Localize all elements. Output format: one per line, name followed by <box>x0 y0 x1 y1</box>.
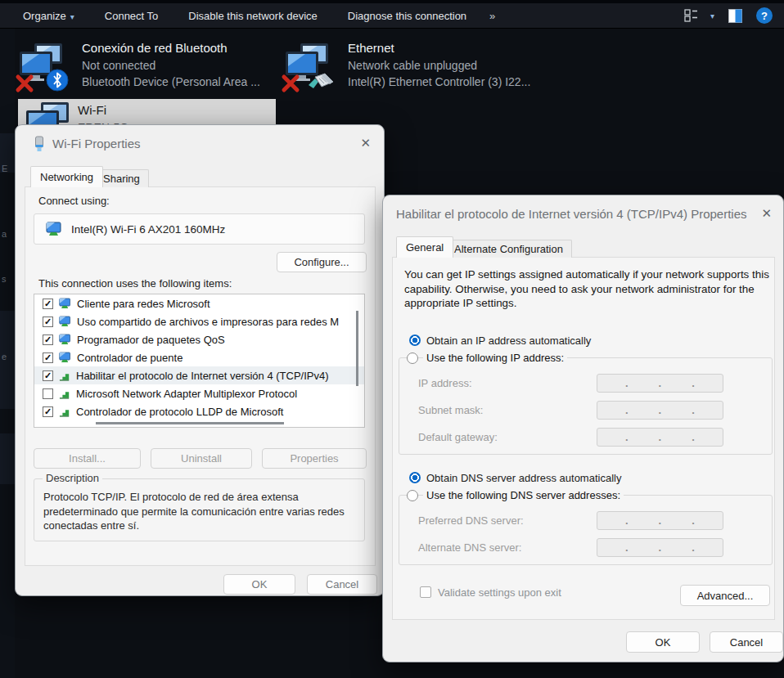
caret-down-icon: ▾ <box>710 11 714 20</box>
default-gateway-field[interactable]: ... <box>597 428 723 447</box>
tab-alternate-configuration[interactable]: Alternate Configuration <box>445 240 572 258</box>
list-item[interactable]: ✓ Controlador de puente <box>34 348 364 366</box>
adapter-box: Intel(R) Wi-Fi 6 AX201 160MHz <box>34 213 365 245</box>
list-item-label: Programador de paquetes QoS <box>77 334 225 346</box>
protocol-icon <box>59 406 70 417</box>
list-item[interactable]: ✓ Controlador de protocolo LLDP de Micro… <box>34 402 364 420</box>
checkbox-checked[interactable]: ✓ <box>43 352 53 363</box>
left-edge-strip: E a s e <box>0 29 15 678</box>
preferred-dns-label: Preferred DNS server: <box>418 514 524 527</box>
cancel-button[interactable]: Cancel <box>307 574 377 595</box>
radio-obtain-dns-auto[interactable] <box>409 472 421 483</box>
cancel-button[interactable]: Cancel <box>710 631 783 653</box>
help-button[interactable]: ? <box>756 7 773 24</box>
list-item-selected[interactable]: ✓ Habilitar el protocolo de Internet ver… <box>34 366 364 384</box>
ip-address-field[interactable]: ... <box>597 374 723 393</box>
tab-general[interactable]: General <box>396 236 453 258</box>
details-view-icon <box>684 9 701 22</box>
list-item-label: Controlador de puente <box>77 352 182 364</box>
adapter-name: Intel(R) Wi-Fi 6 AX201 160MHz <box>71 223 225 236</box>
connection-name: Ethernet <box>348 41 530 55</box>
list-item-label: Cliente para redes Microsoft <box>77 298 210 310</box>
subnet-mask-label: Subnet mask: <box>418 404 484 416</box>
radio-obtain-ip-auto[interactable] <box>409 335 421 346</box>
list-item[interactable]: ✓ Uso compartido de archivos e impresora… <box>34 312 364 330</box>
connection-device: Intel(R) Ethernet Controller (3) I22... <box>348 75 530 88</box>
tab-networking[interactable]: Networking <box>30 166 103 187</box>
ok-button[interactable]: OK <box>626 631 700 653</box>
edge-glyph: e <box>2 352 7 361</box>
client-service-icon <box>59 316 71 327</box>
connection-bluetooth[interactable]: Conexión de red Bluetooth Not connected … <box>16 39 277 97</box>
connection-device: Bluetooth Device (Personal Area ... <box>82 75 260 88</box>
close-icon[interactable]: ✕ <box>360 136 371 150</box>
checkbox-checked[interactable]: ✓ <box>43 370 53 381</box>
error-x-icon <box>15 74 34 93</box>
connection-ethernet[interactable]: Ethernet Network cable unplugged Intel(R… <box>282 39 543 97</box>
organize-menu[interactable]: Organize▾ <box>23 10 74 22</box>
close-icon[interactable]: ✕ <box>761 206 772 221</box>
command-toolbar: Organize▾ Connect To Disable this networ… <box>0 3 784 29</box>
dialog-title: Habilitar el protocolo de Internet versi… <box>396 207 747 221</box>
advanced-button[interactable]: Advanced... <box>680 585 770 606</box>
edge-glyph: s <box>2 274 7 284</box>
validate-settings-label: Validate settings upon exit <box>438 586 561 599</box>
list-item-label: Controlador de protocolo LLDP de Microso… <box>76 406 283 418</box>
ip-address-label: IP address: <box>418 377 472 389</box>
radio-use-following-dns[interactable] <box>407 490 418 501</box>
list-item[interactable]: ✓ Cliente para redes Microsoft <box>34 294 364 312</box>
install-button[interactable]: Install... <box>34 448 141 469</box>
bluetooth-icon <box>46 69 69 92</box>
list-item[interactable]: Microsoft Network Adapter Multiplexor Pr… <box>34 384 364 402</box>
edge-glyph: a <box>2 229 7 239</box>
list-item-label: Uso compartido de archivos e impresoras … <box>77 316 339 328</box>
radio-obtain-dns-auto-label: Obtain DNS server address automatically <box>426 472 621 484</box>
radio-use-following-ip[interactable] <box>407 352 418 364</box>
network-connections-window: Organize▾ Connect To Disable this networ… <box>0 0 784 678</box>
adapter-monitor-icon <box>46 222 62 236</box>
protocol-icon <box>59 388 70 399</box>
configure-button[interactable]: Configure... <box>277 252 367 272</box>
ethernet-plug-icon <box>307 72 335 93</box>
toolbar-overflow-chevron[interactable]: » <box>489 10 495 22</box>
disable-device-button[interactable]: Disable this network device <box>188 10 318 22</box>
edge-glyph: E <box>2 164 7 173</box>
checkbox-checked[interactable]: ✓ <box>43 335 53 345</box>
connection-name: Wi-Fi <box>78 103 106 117</box>
connection-items-label: This connection uses the following items… <box>38 277 232 290</box>
horizontal-scrollbar-thumb[interactable] <box>96 422 284 424</box>
client-service-icon <box>59 334 71 345</box>
connection-name: Conexión de red Bluetooth <box>82 41 260 55</box>
alternate-dns-field[interactable]: ... <box>597 538 723 557</box>
protocol-icon <box>59 370 70 381</box>
adapter-icon <box>34 136 45 153</box>
uninstall-button[interactable]: Uninstall <box>151 448 252 469</box>
checkbox-checked[interactable]: ✓ <box>43 317 53 327</box>
connection-status: Network cable unplugged <box>348 59 530 72</box>
ipv4-properties-dialog: Habilitar el protocolo de Internet versi… <box>382 195 784 662</box>
edge-highlight <box>0 433 15 484</box>
checkbox-checked[interactable]: ✓ <box>43 406 53 417</box>
ok-button[interactable]: OK <box>223 574 295 595</box>
vertical-scrollbar-thumb[interactable] <box>356 311 358 386</box>
list-item[interactable]: ✓ Programador de paquetes QoS <box>34 330 364 348</box>
organize-label: Organize <box>23 10 66 22</box>
view-mode-dropdown[interactable]: ▾ <box>684 9 714 22</box>
checkbox-checked[interactable]: ✓ <box>43 299 53 309</box>
subnet-mask-field[interactable]: ... <box>597 401 723 420</box>
connect-to-button[interactable]: Connect To <box>105 10 159 22</box>
client-service-icon <box>59 298 71 309</box>
properties-button[interactable]: Properties <box>262 448 367 469</box>
intro-text: You can get IP settings assigned automat… <box>404 267 774 311</box>
preferred-dns-field[interactable]: ... <box>597 511 723 530</box>
checkbox-unchecked[interactable] <box>43 388 53 399</box>
validate-settings-checkbox[interactable] <box>420 586 431 598</box>
list-item-label: Microsoft Network Adapter Multiplexor Pr… <box>76 388 297 400</box>
error-x-icon <box>281 74 300 93</box>
caret-down-icon: ▾ <box>70 12 74 21</box>
connection-items-list[interactable]: ✓ Cliente para redes Microsoft ✓ Uso com… <box>34 294 365 428</box>
diagnose-connection-button[interactable]: Diagnose this connection <box>348 10 466 22</box>
list-item-label: Habilitar el protocolo de Internet versi… <box>76 370 329 382</box>
preview-pane-icon[interactable] <box>728 9 742 23</box>
description-text: Protocolo TCP/IP. El protocolo de red de… <box>43 490 348 533</box>
